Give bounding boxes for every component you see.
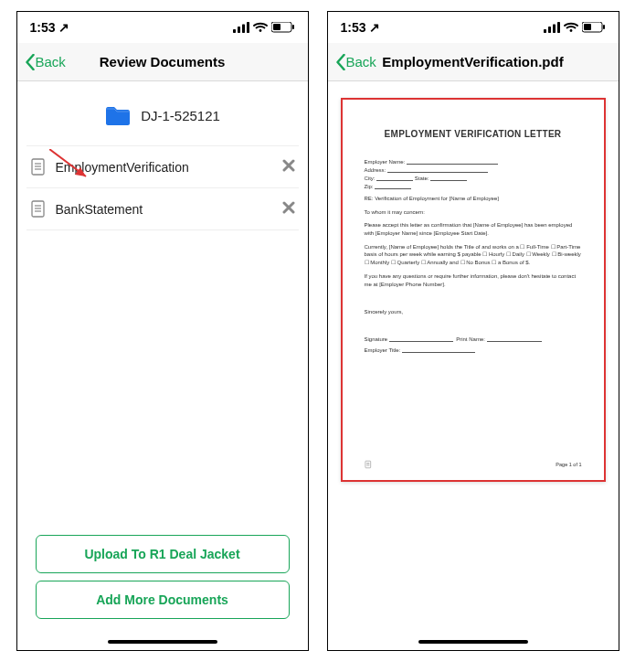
status-icons [233, 22, 295, 33]
doc-heading: EMPLOYMENT VERIFICATION LETTER [365, 129, 582, 139]
status-icons [544, 22, 606, 33]
signature-line: Signature Print Name: [365, 336, 582, 342]
folder-name: DJ-1-525121 [141, 108, 220, 123]
delete-document-button[interactable] [282, 199, 295, 219]
home-indicator[interactable] [17, 634, 308, 650]
back-label: Back [346, 54, 376, 69]
nav-bar: Back EmploymentVerification.pdf [328, 43, 619, 81]
home-indicator[interactable] [328, 634, 619, 650]
nav-bar: Back Review Documents [17, 43, 308, 81]
field-address: Address: [365, 167, 582, 173]
add-more-documents-button[interactable]: Add More Documents [36, 581, 290, 619]
chevron-left-icon [25, 54, 36, 70]
back-label: Back [36, 54, 66, 69]
signal-icon [233, 22, 249, 33]
field-city-state: City: State: [365, 176, 582, 181]
status-time: 1:53 ↗ [30, 20, 70, 35]
field-employer-name: Employer Name: [365, 159, 582, 165]
chevron-left-icon [335, 54, 346, 70]
phone-document-preview: 1:53 ↗ Back EmploymentVerification.pdf E… [327, 11, 619, 651]
doc-footer-icon [365, 460, 372, 469]
document-row[interactable]: EmploymentVerification [26, 146, 299, 188]
signal-icon [544, 22, 560, 33]
document-icon [30, 200, 47, 218]
wifi-icon [564, 22, 578, 33]
screenshots-row: 1:53 ↗ Back Review Documents DJ-1-525121 [11, 11, 624, 651]
close-icon [282, 159, 295, 172]
bottom-actions: Upload To R1 Deal Jacket Add More Docume… [17, 529, 308, 634]
content-area: DJ-1-525121 EmploymentVerification BankS… [17, 81, 308, 529]
folder-icon [104, 103, 132, 127]
document-name: EmploymentVerification [56, 160, 273, 175]
delete-document-button[interactable] [282, 157, 295, 176]
document-row[interactable]: BankStatement [26, 188, 299, 230]
back-button[interactable]: Back [25, 54, 66, 70]
battery-icon [582, 22, 606, 33]
status-time: 1:53 ↗ [341, 20, 381, 35]
document-name: BankStatement [56, 202, 273, 217]
sincerely: Sincerely yours, [365, 308, 582, 316]
back-button[interactable]: Back [335, 54, 376, 70]
battery-icon [271, 22, 295, 33]
document-list: EmploymentVerification BankStatement [26, 145, 299, 230]
folder-header[interactable]: DJ-1-525121 [26, 81, 299, 145]
page-number: Page 1 of 1 [556, 462, 581, 467]
re-line: RE: Verification of Employment for [Name… [365, 195, 582, 203]
paragraph-1: Please accept this letter as confirmatio… [365, 221, 582, 237]
field-zip: Zip: [365, 184, 582, 189]
paragraph-2: Currently, [Name of Employee] holds the … [365, 243, 582, 267]
paragraph-3: If you have any questions or require fur… [365, 272, 582, 288]
pdf-page: EMPLOYMENT VERIFICATION LETTER Employer … [341, 98, 606, 482]
location-arrow-icon: ↗ [369, 20, 380, 35]
location-arrow-icon: ↗ [58, 20, 69, 35]
page-footer: Page 1 of 1 [365, 460, 582, 469]
wifi-icon [253, 22, 268, 33]
document-icon [30, 158, 47, 176]
preview-area[interactable]: EMPLOYMENT VERIFICATION LETTER Employer … [328, 81, 619, 634]
upload-to-deal-jacket-button[interactable]: Upload To R1 Deal Jacket [36, 535, 290, 573]
status-bar: 1:53 ↗ [17, 12, 308, 43]
status-bar: 1:53 ↗ [328, 12, 619, 43]
employer-title-line: Employer Title: [365, 347, 582, 353]
close-icon [282, 201, 295, 214]
salutation: To whom it may concern: [365, 208, 582, 217]
phone-review-documents: 1:53 ↗ Back Review Documents DJ-1-525121 [16, 11, 309, 651]
